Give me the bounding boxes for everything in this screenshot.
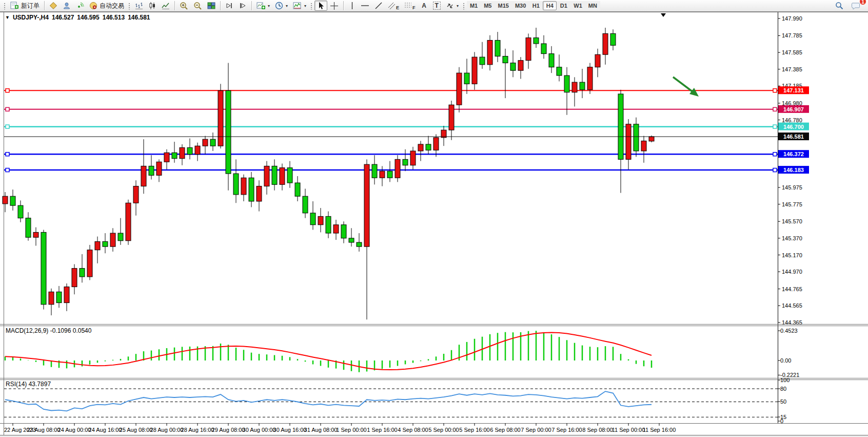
toolbar-separator [174, 1, 175, 10]
zoom-out-button[interactable] [191, 1, 205, 11]
tile-windows-icon [207, 2, 215, 10]
toolbar-grip[interactable] [310, 2, 313, 10]
bear-candle [534, 38, 539, 44]
bear-candle [226, 90, 231, 174]
hline-handle[interactable] [6, 125, 9, 128]
zoom-in-button[interactable] [177, 1, 191, 11]
toolbar-grip[interactable] [463, 2, 465, 10]
hline-handle[interactable] [6, 153, 9, 156]
timeframe-button-m5[interactable]: M5 [481, 1, 495, 10]
chart-quote-header: ▼ USDJPY-,H4 146.527 146.595 146.513 146… [5, 14, 150, 21]
toolbar-grip[interactable] [4, 2, 6, 10]
symbol-dropdown-icon[interactable]: ▼ [5, 15, 10, 20]
tile-windows-button[interactable] [205, 1, 218, 11]
period-dropdown[interactable]: ▾ [272, 1, 290, 11]
quote-low: 146.513 [103, 14, 125, 21]
bar-chart-button[interactable] [132, 1, 146, 11]
bull-candle [156, 162, 162, 175]
bear-candle [56, 292, 62, 302]
bar-chart-icon [135, 2, 143, 10]
bull-candle [595, 54, 600, 67]
timeframe-button-d1[interactable]: D1 [557, 1, 570, 10]
new-order-icon [10, 2, 19, 10]
bear-candle [387, 171, 392, 178]
bear-candle [103, 241, 108, 246]
toolbar-separator [220, 1, 221, 10]
cursor-tool-button[interactable] [314, 1, 327, 11]
quote-close: 146.581 [128, 14, 150, 21]
bull-candle [3, 196, 8, 204]
bull-candle [572, 82, 577, 92]
new-chart-dropdown[interactable]: ▾ [254, 1, 272, 11]
chevron-down-icon: ▾ [304, 4, 306, 8]
hline-handle[interactable] [6, 89, 9, 92]
bear-candle [272, 166, 277, 184]
indicators-dropdown[interactable]: ▾ [290, 1, 309, 11]
bull-candle [587, 67, 593, 90]
timeframe-button-m15[interactable]: M15 [495, 1, 511, 10]
text-tool[interactable]: A [418, 1, 430, 11]
svg-text:28 Aug 16:00: 28 Aug 16:00 [181, 427, 214, 433]
scroll-to-end-button[interactable] [223, 1, 236, 11]
svg-text:11 Sep 00:00: 11 Sep 00:00 [612, 427, 645, 433]
fibonacci-tool[interactable]: F [402, 1, 418, 11]
auto-trading-button[interactable]: 自动交易 [87, 1, 127, 11]
timeframe-button-mn[interactable]: MN [585, 1, 600, 10]
hline-handle[interactable] [773, 89, 777, 92]
timeframe-button-m1[interactable]: M1 [467, 1, 481, 10]
rsi-indicator-label: RSI(14) 43.7897 [6, 381, 51, 388]
toolbar-separator [251, 1, 252, 10]
indicators-icon [293, 2, 302, 10]
bull-candle [218, 90, 223, 146]
svg-text:144.565: 144.565 [782, 302, 802, 309]
signals-button[interactable] [73, 1, 87, 11]
hline-handle[interactable] [6, 107, 9, 111]
trendline-tool[interactable] [372, 1, 385, 11]
line-chart-icon [162, 2, 170, 10]
community-button[interactable] [60, 1, 73, 11]
bull-candle [64, 287, 69, 303]
bear-candle [80, 269, 85, 277]
horizontal-line-tool[interactable] [358, 1, 372, 11]
bear-candle [18, 205, 23, 218]
vertical-line-tool[interactable] [346, 1, 358, 11]
bear-candle [634, 124, 639, 151]
bear-candle [149, 166, 154, 175]
bull-candle [433, 138, 439, 150]
channel-tool[interactable]: E [385, 1, 402, 11]
bear-candle [580, 82, 585, 90]
chart-shift-button[interactable] [236, 1, 249, 11]
bull-candle [487, 40, 492, 64]
timeframe-button-h1[interactable]: H1 [529, 1, 543, 10]
hline-handle[interactable] [773, 153, 777, 156]
hline-handle[interactable] [773, 107, 777, 111]
symbol-timeframe-label: USDJPY-,H4 [13, 14, 49, 21]
timeframe-button-w1[interactable]: W1 [570, 1, 585, 10]
chart-shift-icon [239, 2, 247, 10]
crosshair-tool-button[interactable] [327, 1, 341, 11]
hline-handle[interactable] [773, 125, 777, 128]
text-label-tool[interactable]: T [430, 1, 443, 11]
new-order-button[interactable]: 新订单 [8, 1, 42, 11]
bear-candle [541, 44, 546, 54]
timeframe-button-m30[interactable]: M30 [512, 1, 529, 10]
svg-text:1 Sep 00:00: 1 Sep 00:00 [336, 427, 366, 433]
search-button[interactable] [833, 1, 846, 11]
shapes-dropdown[interactable]: ▾ [443, 1, 461, 11]
hline-handle[interactable] [6, 168, 9, 172]
bear-candle [610, 33, 616, 45]
chart-canvas[interactable]: 147.990147.785147.585147.385147.185146.9… [0, 0, 868, 437]
timeframe-button-h4[interactable]: H4 [543, 1, 557, 10]
scroll-to-end-icon [225, 2, 233, 10]
bear-candle [480, 57, 485, 65]
bear-candle [41, 232, 46, 304]
bear-candle [287, 168, 292, 183]
chevron-down-icon: ▾ [268, 4, 270, 8]
toolbar-grip[interactable] [128, 2, 131, 10]
candlestick-chart-button[interactable] [146, 1, 159, 11]
text-tool-icon: A [422, 2, 426, 9]
market-button[interactable] [47, 1, 60, 11]
notification-badge[interactable]: 1 [859, 0, 866, 5]
line-chart-button[interactable] [159, 1, 172, 11]
hline-handle[interactable] [773, 168, 777, 172]
